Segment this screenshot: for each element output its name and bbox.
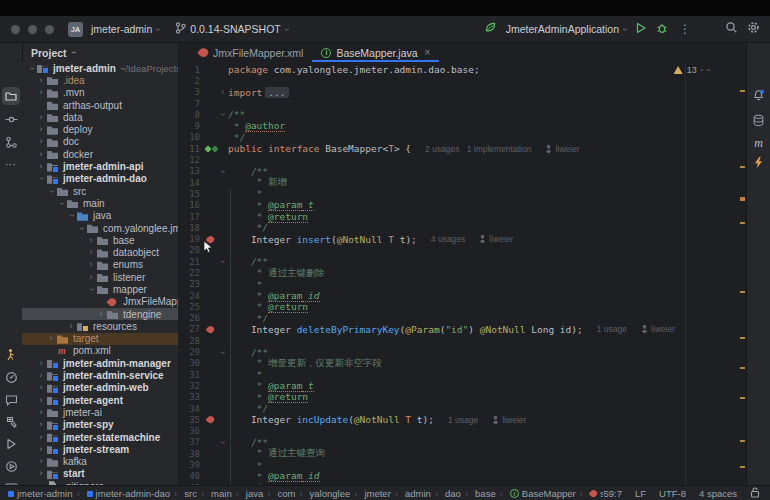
tree-item[interactable]: main [22, 197, 178, 209]
code-line[interactable]: 11 public interface BaseMapper<T> { 2 us… [178, 143, 746, 154]
file-encoding[interactable]: UTF-8 [659, 488, 686, 499]
tree-chevron-icon[interactable] [37, 174, 46, 184]
code-line[interactable]: 35 Integer incUpdate(@NotNull T t); 1 us… [178, 414, 746, 425]
tree-item[interactable]: kafka [22, 456, 178, 468]
tree-chevron-icon[interactable] [57, 198, 66, 208]
code-line[interactable]: 33 * @return [178, 392, 746, 403]
tree-item[interactable]: src [22, 185, 178, 197]
tree-chevron-icon[interactable] [36, 408, 46, 417]
code-line[interactable]: 10 */ [178, 132, 746, 143]
tree-item[interactable]: jmeter-stream [22, 443, 178, 455]
code-line[interactable]: 9 * @author [178, 120, 746, 131]
breadcrumb-item[interactable]: main [201, 488, 232, 499]
code-line[interactable]: 2 [178, 75, 746, 86]
code-line[interactable]: 31 * [178, 369, 746, 380]
code-line[interactable]: 20 [178, 245, 746, 256]
breadcrumb-item[interactable]: jmeter-admin-dao [76, 488, 170, 499]
tree-chevron-icon[interactable] [67, 211, 76, 221]
tree-chevron-icon[interactable] [36, 88, 46, 97]
tree-chevron-icon[interactable] [86, 273, 96, 282]
tree-chevron-icon[interactable] [36, 371, 46, 380]
usages-inlay-hint[interactable]: 1 usage [597, 324, 627, 334]
zoom-window-button[interactable] [45, 25, 54, 34]
run-button[interactable] [635, 20, 647, 38]
ai-assistant-icon[interactable] [4, 347, 18, 361]
tree-chevron-icon[interactable] [36, 137, 46, 146]
code-line[interactable]: 7 [178, 98, 746, 109]
editor-tab[interactable]: JmxFileMapper.xml [190, 43, 312, 62]
inspections-widget[interactable]: 13 [674, 65, 710, 75]
fold-icon[interactable] [218, 347, 227, 358]
tree-chevron-icon[interactable] [36, 125, 46, 134]
code-line[interactable]: 17 * @return [178, 211, 746, 222]
tree-item[interactable]: target [22, 333, 178, 345]
tree-item[interactable]: tdengine [22, 308, 178, 320]
tree-chevron-icon[interactable] [86, 248, 96, 257]
editor-tab[interactable]: BaseMapper.java × [312, 43, 439, 62]
tree-chevron-icon[interactable] [87, 284, 96, 294]
tree-item[interactable]: jmeter-spy [22, 419, 178, 431]
structure-tool-icon[interactable] [4, 135, 18, 149]
line-separator[interactable]: LF [635, 488, 646, 499]
database-icon[interactable] [751, 113, 766, 128]
vcs-widget[interactable]: 0.0.14-SNAPSHOT [190, 23, 287, 35]
tree-chevron-icon[interactable] [36, 383, 46, 392]
tree-chevron-icon[interactable] [36, 113, 46, 122]
code-line[interactable]: 1 package com.yalonglee.jmeter.admin.dao… [178, 64, 746, 75]
search-everywhere-button[interactable] [725, 20, 738, 38]
usages-inlay-hint[interactable]: 1 usage [448, 415, 478, 425]
code-line[interactable]: 16 * @param t [178, 200, 746, 211]
tree-chevron-icon[interactable] [27, 63, 36, 73]
tree-item[interactable]: mapper [22, 283, 178, 295]
code-line[interactable]: 38 * 通过主键查询 [178, 448, 746, 459]
code-line[interactable]: 26 */ [178, 313, 746, 324]
breadcrumb-item[interactable]: com [267, 488, 295, 499]
tree-chevron-icon[interactable] [96, 310, 106, 319]
code-line[interactable]: 27 Integer deleteByPrimaryKey(@Param("id… [178, 324, 746, 335]
tree-chevron-icon[interactable] [36, 76, 46, 85]
breadcrumb-item[interactable]: selectOne [580, 488, 604, 499]
tree-chevron-icon[interactable] [36, 396, 46, 405]
fold-icon[interactable] [218, 166, 227, 177]
build-icon[interactable] [4, 415, 18, 429]
tree-chevron-icon[interactable] [36, 469, 46, 478]
tree-item[interactable]: jmeter-statemachine [22, 431, 178, 443]
author-inlay-hint[interactable]: liweier [545, 144, 579, 154]
breadcrumb-item[interactable]: BaseMapper [500, 488, 576, 499]
code-line[interactable]: 8 /** [178, 109, 746, 120]
code-line[interactable]: 19 Integer insert(@NotNull T t); 4 usage… [178, 233, 746, 244]
code-line[interactable]: 14 * 新增 [178, 177, 746, 188]
code-line[interactable]: 25 * @return [178, 301, 746, 312]
tree-chevron-icon[interactable] [86, 260, 96, 269]
fold-icon[interactable] [218, 437, 227, 448]
usages-inlay-hint[interactable]: 2 usages 1 implementation [425, 144, 531, 154]
breadcrumb-item[interactable]: java [236, 488, 264, 499]
code-line[interactable]: 36 [178, 426, 746, 437]
breadcrumb-item[interactable]: yalonglee [299, 488, 350, 499]
tree-item[interactable]: resources [22, 320, 178, 332]
more-tool-windows-icon[interactable]: ⋯ [4, 157, 18, 171]
tree-item[interactable]: jmeter-admin-service [22, 369, 178, 381]
tree-chevron-icon[interactable] [36, 162, 46, 171]
code-line[interactable]: 30 * 增量更新，仅更新非空字段 [178, 358, 746, 369]
tree-item[interactable]: com.yalonglee.jmeter.ad [22, 222, 178, 234]
more-actions-button[interactable]: ⋮ [677, 23, 693, 35]
code-line[interactable]: 15 * [178, 188, 746, 199]
caret-position[interactable]: 59:7 [603, 488, 622, 499]
tree-item[interactable]: jmeter-admin-dao [22, 173, 178, 185]
tree-chevron-icon[interactable] [86, 236, 96, 245]
tree-item[interactable]: jmeter-agent [22, 394, 178, 406]
tree-item[interactable]: java [22, 210, 178, 222]
author-inlay-hint[interactable]: liweier [492, 415, 526, 425]
code-line[interactable]: 23 * [178, 279, 746, 290]
project-tool-window-header[interactable]: Project [22, 43, 178, 62]
tree-item[interactable]: jmeter-admin-web [22, 382, 178, 394]
tree-item[interactable]: enums [22, 259, 178, 271]
tree-chevron-icon[interactable] [36, 150, 46, 159]
tree-item[interactable]: jmeter-admin-manager [22, 357, 178, 369]
tree-chevron-icon[interactable] [36, 433, 46, 442]
run-config-selector[interactable]: JmeterAdminApplication [506, 23, 626, 35]
tree-chevron-icon[interactable] [36, 359, 46, 368]
tree-item[interactable]: doc [22, 136, 178, 148]
tree-item[interactable]: listener [22, 271, 178, 283]
